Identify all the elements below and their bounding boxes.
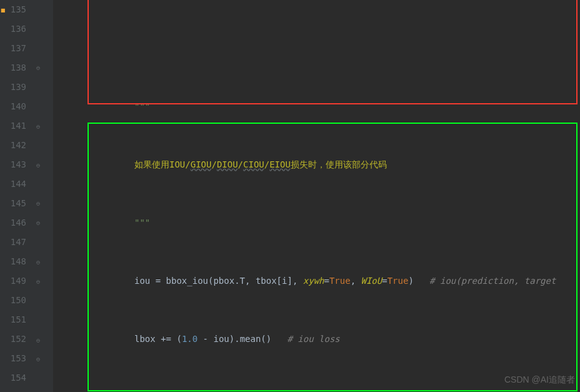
line-number: 140	[0, 97, 26, 116]
line-number-gutter: ◼ 135 136 137 138 139 140 141 142 143 14…	[0, 0, 31, 392]
code-line[interactable]: 如果使用IOU/GIOU/DIOU/CIOU/EIOU损失时，使用该部分代码	[53, 155, 580, 174]
line-number: 143	[0, 155, 26, 174]
line-number: 152	[0, 329, 26, 349]
watermark: CSDN @AI追随者	[504, 370, 575, 389]
line-number: 144	[0, 174, 26, 194]
bookmark-icon: ◼	[1, 6, 5, 14]
fold-icon[interactable]: ⊖	[36, 219, 40, 226]
fold-icon[interactable]: ⊖	[36, 123, 40, 130]
fold-icon[interactable]: ⊖	[36, 162, 40, 169]
line-number: 145	[0, 194, 26, 213]
line-number: 154	[0, 368, 26, 388]
line-number: 139	[0, 78, 26, 97]
code-editor[interactable]: ◼ 135 136 137 138 139 140 141 142 143 14…	[0, 0, 580, 392]
highlight-box-red	[88, 0, 578, 104]
line-number: 150	[0, 291, 26, 310]
line-number: 137	[0, 39, 26, 58]
fold-icon[interactable]: ⊖	[36, 200, 40, 207]
code-content[interactable]: """ 如果使用IOU/GIOU/DIOU/CIOU/EIOU损失时，使用该部分…	[53, 0, 580, 392]
fold-icon[interactable]: ⊖	[36, 64, 40, 71]
code-line[interactable]	[53, 388, 580, 392]
line-number: 151	[0, 310, 26, 329]
line-number: 142	[0, 136, 26, 155]
code-line[interactable]: lbox += (1.0 - iou).mean() # iou loss	[53, 329, 580, 349]
code-line[interactable]: """	[53, 97, 580, 116]
fold-icon[interactable]: ⊖	[36, 356, 40, 363]
line-number: 136	[0, 19, 26, 39]
code-line[interactable]: """	[53, 213, 580, 233]
line-number: 147	[0, 233, 26, 252]
line-number: 146	[0, 213, 26, 233]
line-number: 138	[0, 58, 26, 78]
line-number: 153	[0, 349, 26, 368]
fold-icon[interactable]: ⊖	[36, 337, 40, 344]
line-number: 148	[0, 252, 26, 271]
fold-icon[interactable]: ⊖	[36, 278, 40, 285]
fold-icon[interactable]: ⊖	[36, 259, 40, 266]
line-number: 141	[0, 116, 26, 136]
code-line[interactable]: iou = bbox_iou(pbox.T, tbox[i], xywh=Tru…	[53, 271, 580, 291]
fold-gutter: ⊖ ⊖ ⊖ ⊖ ⊖ ⊖ ⊖ ⊖ ⊖	[31, 0, 53, 392]
line-number: 149	[0, 271, 26, 291]
line-number: ◼ 135	[0, 0, 26, 19]
